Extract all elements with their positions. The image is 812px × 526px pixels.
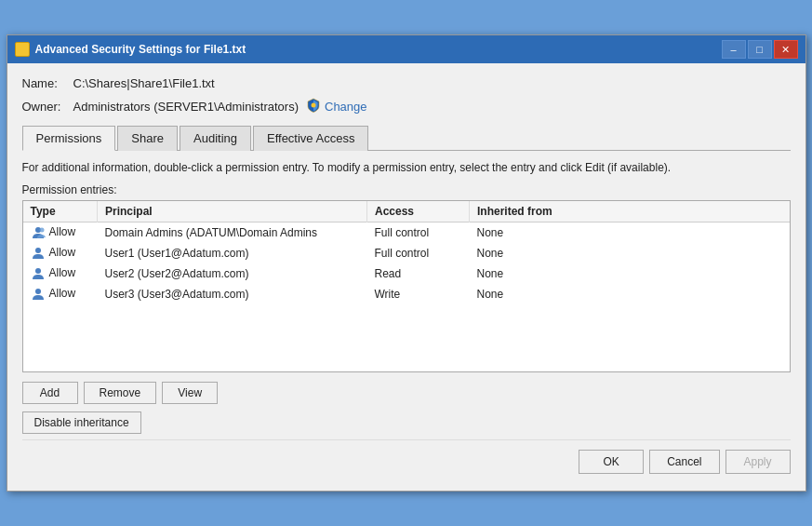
table-row[interactable]: Allow User1 (User1@Adatum.com) Full cont… [23, 243, 790, 263]
close-button[interactable]: ✕ [774, 40, 798, 59]
name-label: Name: [22, 76, 73, 90]
permission-table: Type Principal Access Inherited from All… [23, 201, 790, 304]
change-link[interactable]: Change [306, 98, 367, 115]
apply-button[interactable]: Apply [725, 450, 791, 474]
title-buttons: – □ ✕ [722, 40, 798, 59]
cell-inherited: None [470, 284, 790, 304]
window-title: Advanced Security Settings for File1.txt [35, 43, 246, 56]
window-body: Name: C:\Shares|Share1\File1.txt Owner: … [7, 63, 805, 491]
tab-permissions[interactable]: Permissions [22, 126, 116, 151]
cell-access: Write [367, 284, 470, 304]
svg-point-4 [35, 268, 41, 274]
cell-type: Allow [23, 243, 98, 263]
maximize-button[interactable]: □ [748, 40, 772, 59]
permission-entries-label: Permission entries: [22, 183, 791, 196]
tabs-bar: Permissions Share Auditing Effective Acc… [22, 125, 791, 151]
table-row[interactable]: Allow User2 (User2@Adatum.com) Read None [23, 263, 790, 284]
svg-point-2 [39, 227, 44, 232]
svg-point-0 [312, 103, 316, 108]
cell-principal: User2 (User2@Adatum.com) [98, 263, 367, 284]
remove-button[interactable]: Remove [84, 382, 157, 404]
table-row[interactable]: Allow Domain Admins (ADATUM\Domain Admin… [23, 222, 790, 243]
info-text: For additional information, double-click… [22, 160, 791, 176]
row-icon [31, 246, 46, 261]
title-bar-left: Advanced Security Settings for File1.txt [15, 42, 246, 57]
cell-access: Read [367, 263, 470, 284]
table-header-row: Type Principal Access Inherited from [23, 201, 790, 223]
row-icon [31, 225, 46, 240]
cell-principal: User3 (User3@Adatum.com) [98, 284, 367, 304]
cell-access: Full control [367, 243, 470, 263]
owner-value: Administrators (SERVER1\Administrators) [73, 100, 300, 114]
permission-table-wrapper: Type Principal Access Inherited from All… [22, 200, 791, 372]
add-button[interactable]: Add [22, 382, 78, 404]
owner-row: Owner: Administrators (SERVER1\Administr… [22, 98, 791, 115]
change-label: Change [325, 100, 367, 114]
cell-type: Allow [23, 284, 98, 304]
owner-label: Owner: [22, 100, 73, 114]
col-header-inherited: Inherited from [470, 201, 790, 223]
col-header-principal: Principal [98, 201, 367, 223]
cell-inherited: None [470, 222, 790, 243]
col-header-access: Access [367, 201, 470, 223]
view-button[interactable]: View [162, 382, 218, 404]
cancel-button[interactable]: Cancel [649, 450, 719, 474]
cell-principal: User1 (User1@Adatum.com) [98, 243, 367, 263]
tab-auditing[interactable]: Auditing [180, 126, 251, 151]
disable-inheritance-button[interactable]: Disable inheritance [22, 411, 141, 434]
svg-point-3 [35, 248, 41, 253]
row-icon [31, 287, 46, 302]
footer-buttons: OK Cancel Apply [22, 439, 791, 478]
cell-principal: Domain Admins (ADATUM\Domain Admins [98, 222, 367, 243]
window-icon [15, 42, 30, 57]
svg-point-5 [35, 289, 41, 294]
shield-icon [306, 98, 321, 115]
title-bar: Advanced Security Settings for File1.txt… [7, 35, 805, 63]
cell-type: Allow [23, 222, 98, 243]
cell-inherited: None [470, 243, 790, 263]
action-buttons: Add Remove View [22, 382, 791, 404]
col-header-type: Type [23, 201, 98, 223]
disable-inheritance-row: Disable inheritance [22, 411, 791, 434]
table-row[interactable]: Allow User3 (User3@Adatum.com) Write Non… [23, 284, 790, 304]
ok-button[interactable]: OK [579, 450, 644, 474]
cell-inherited: None [470, 263, 790, 284]
cell-access: Full control [367, 222, 470, 243]
name-value: C:\Shares|Share1\File1.txt [73, 76, 215, 90]
main-window: Advanced Security Settings for File1.txt… [7, 34, 806, 492]
cell-type: Allow [23, 263, 98, 284]
name-row: Name: C:\Shares|Share1\File1.txt [22, 76, 791, 90]
minimize-button[interactable]: – [722, 40, 746, 59]
tab-share[interactable]: Share [117, 126, 178, 151]
tab-effective-access[interactable]: Effective Access [253, 126, 368, 151]
row-icon [31, 266, 46, 281]
